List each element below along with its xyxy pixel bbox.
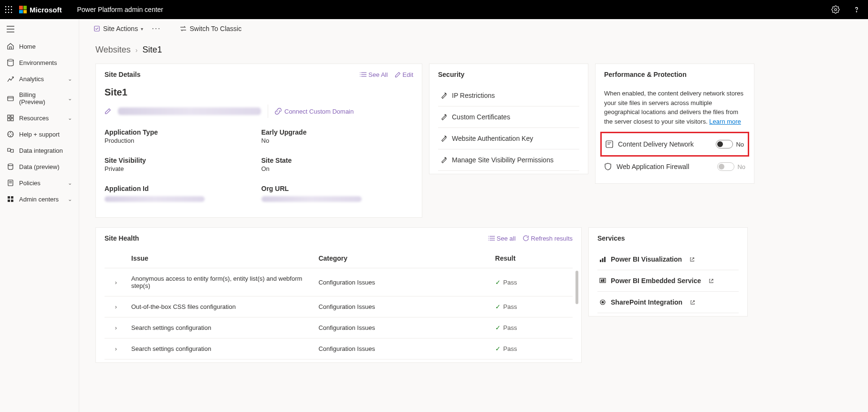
breadcrumb: Websites › Site1 xyxy=(79,38,868,63)
chevron-down-icon: ⌄ xyxy=(68,95,72,102)
nav-item-env[interactable]: Environments xyxy=(0,54,79,71)
waf-toggle[interactable] xyxy=(717,162,734,171)
nav-item-datapre[interactable]: Data (preview) xyxy=(0,158,79,175)
edit-url-icon[interactable] xyxy=(105,108,111,115)
hamburger-icon[interactable] xyxy=(0,23,79,35)
category-cell: Configuration Issues xyxy=(314,317,491,338)
site-health-card: Site Health See all Refresh results xyxy=(95,227,582,363)
breadcrumb-parent[interactable]: Websites xyxy=(95,45,131,55)
dataint-icon xyxy=(7,147,14,154)
svg-rect-26 xyxy=(8,196,10,199)
scrollbar[interactable] xyxy=(575,271,578,304)
svg-rect-44 xyxy=(600,260,601,262)
firewall-icon xyxy=(604,163,612,170)
security-row[interactable]: Manage Site Visibility Permissions xyxy=(438,149,579,171)
cdn-label: Content Delivery Network xyxy=(618,140,694,148)
svg-rect-45 xyxy=(602,258,604,262)
security-row[interactable]: Custom Certificates xyxy=(438,106,579,128)
site-details-card: Site Details See All Edit Site1 xyxy=(95,63,422,218)
waf-setting: Web Application Firewall No xyxy=(604,158,745,175)
nav-label: Admin centers xyxy=(19,196,59,203)
service-row[interactable]: SharePoint Integration xyxy=(597,292,739,313)
nav-item-admin[interactable]: Admin centers⌄ xyxy=(0,191,79,207)
site-health-title: Site Health xyxy=(105,234,139,242)
security-row-label: Manage Site Visibility Permissions xyxy=(452,156,554,164)
learn-more-link[interactable]: Learn more xyxy=(709,118,741,125)
table-row: ›Anonymous access to entity form(s), ent… xyxy=(105,268,573,296)
nav-item-billing[interactable]: Billing (Preview)⌄ xyxy=(0,87,79,110)
nav-item-policies[interactable]: Policies⌄ xyxy=(0,175,79,191)
see-all-button[interactable]: See All xyxy=(360,71,387,78)
redacted-value xyxy=(261,196,362,202)
chevron-down-icon: ⌄ xyxy=(68,196,72,202)
service-row[interactable]: Power BI Visualization xyxy=(597,249,739,270)
external-link-icon xyxy=(690,257,695,262)
svg-point-14 xyxy=(8,59,13,61)
app-launcher-icon[interactable] xyxy=(4,5,13,14)
field-value: Private xyxy=(105,165,257,172)
microsoft-logo: Microsoft xyxy=(19,6,62,14)
field-key: Early Upgrade xyxy=(261,128,414,136)
switch-classic-button[interactable]: Switch To Classic xyxy=(179,25,242,32)
svg-point-4 xyxy=(8,9,10,11)
waf-label: Web Application Firewall xyxy=(617,163,689,170)
service-row[interactable]: Power BI Embedded Service xyxy=(597,270,739,292)
service-label: Power BI Visualization xyxy=(611,255,682,263)
svg-point-9 xyxy=(835,9,837,11)
content-area: Site Actions ▾ ··· Switch To Classic Web… xyxy=(79,19,868,412)
resources-icon xyxy=(7,114,14,122)
help-icon[interactable] xyxy=(849,2,864,17)
nav-label: Environments xyxy=(19,59,57,66)
nav-item-home[interactable]: Home xyxy=(0,38,79,54)
settings-icon[interactable] xyxy=(828,2,843,17)
svg-point-7 xyxy=(8,12,10,13)
check-icon: ✓ xyxy=(495,324,501,331)
security-row-label: Custom Certificates xyxy=(452,113,510,121)
svg-rect-46 xyxy=(604,257,606,262)
cdn-highlight-box: Content Delivery Network No xyxy=(600,132,749,157)
policies-icon xyxy=(7,179,14,187)
chevron-down-icon: ⌄ xyxy=(68,115,72,121)
site-details-title: Site Details xyxy=(105,71,140,78)
expand-row-icon[interactable]: › xyxy=(105,296,127,317)
site-actions-button[interactable]: Site Actions ▾ xyxy=(94,25,143,32)
microsoft-brand-text: Microsoft xyxy=(30,6,62,14)
cdn-state: No xyxy=(736,141,744,148)
billing-icon xyxy=(7,95,14,102)
col-issue: Issue xyxy=(127,249,314,268)
expand-row-icon[interactable]: › xyxy=(105,268,127,296)
svg-point-1 xyxy=(8,6,10,8)
refresh-button[interactable]: Refresh results xyxy=(523,235,573,242)
services-title: Services xyxy=(597,234,625,242)
nav-item-dataint[interactable]: Data integration xyxy=(0,142,79,158)
security-row[interactable]: IP Restrictions xyxy=(438,85,579,106)
see-all-health-button[interactable]: See all xyxy=(488,235,516,242)
datapre-icon xyxy=(7,163,14,170)
cdn-toggle[interactable] xyxy=(716,140,733,148)
wrench-icon xyxy=(440,92,447,99)
top-bar: Microsoft Power Platform admin center xyxy=(0,0,868,19)
field-value: On xyxy=(261,165,414,172)
microsoft-logo-icon xyxy=(19,6,27,13)
result-cell: ✓Pass xyxy=(492,338,573,359)
nav-item-analytics[interactable]: Analytics⌄ xyxy=(0,71,79,87)
table-row: ›Search settings configurationConfigurat… xyxy=(105,317,573,338)
field-key: Org URL xyxy=(261,185,414,192)
performance-card: Performance & Protection When enabled, t… xyxy=(595,63,754,184)
security-row[interactable]: Website Authentication Key xyxy=(438,128,579,149)
health-table: Issue Category Result ›Anonymous access … xyxy=(105,249,573,359)
svg-rect-15 xyxy=(8,96,13,101)
nav-item-support[interactable]: Help + support xyxy=(0,126,79,142)
breadcrumb-current: Site1 xyxy=(142,45,162,55)
nav-item-resources[interactable]: Resources⌄ xyxy=(0,110,79,126)
connect-domain-link[interactable]: Connect Custom Domain xyxy=(275,108,354,115)
command-bar: Site Actions ▾ ··· Switch To Classic xyxy=(79,19,868,38)
expand-row-icon[interactable]: › xyxy=(105,338,127,359)
edit-button[interactable]: Edit xyxy=(395,71,413,78)
field-key: Site Visibility xyxy=(105,157,257,164)
nav-label: Resources xyxy=(19,115,49,122)
svg-rect-19 xyxy=(8,118,10,121)
svg-point-2 xyxy=(11,6,12,8)
expand-row-icon[interactable]: › xyxy=(105,317,127,338)
more-actions-button[interactable]: ··· xyxy=(152,24,161,33)
